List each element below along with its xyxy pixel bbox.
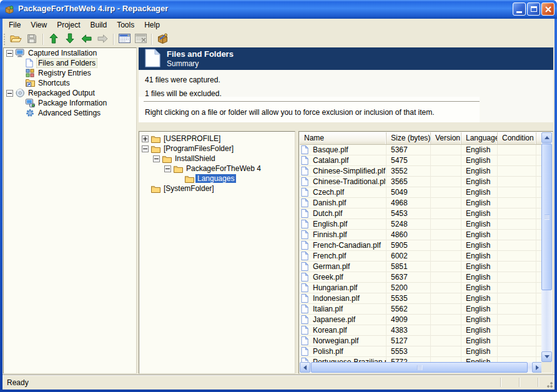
file-row-norwegian-plf[interactable]: Norwegian.plf5127English (300, 336, 543, 346)
nav-item-repackaged-output[interactable]: Repackaged Output (4, 88, 136, 98)
file-row-german-plf[interactable]: German.plf5851English (300, 262, 543, 272)
file-row-chinese-simplified-plf[interactable]: Chinese-Simplified.plf3552English (300, 166, 543, 177)
folder-item-userprofile[interactable]: [USERPROFILE] (139, 134, 295, 144)
collapse-minus-icon[interactable] (142, 145, 149, 152)
file-row-finnish-plf[interactable]: Finnish.plf4860English (300, 230, 543, 240)
cell-version (431, 208, 461, 219)
collapse-minus-icon[interactable] (153, 155, 160, 162)
tree-item-label: PackageForTheWeb 4 (184, 164, 263, 173)
file-icon (301, 305, 311, 313)
nav-item-registry-entries[interactable]: Registry Entries (4, 68, 136, 78)
menu-view[interactable]: View (26, 19, 52, 31)
file-row-french-plf[interactable]: French.plf6002English (300, 251, 543, 262)
package-info-icon (26, 99, 36, 107)
vertical-scrollbar[interactable] (541, 132, 552, 362)
folder-item-installshield[interactable]: InstallShield (139, 154, 295, 164)
move-up-button[interactable] (46, 32, 62, 47)
file-row-dutch-plf[interactable]: Dutch.plf5453English (300, 208, 543, 219)
cell-size: 5905 (387, 240, 431, 251)
file-name: Chinese-Simplified.plf (313, 166, 385, 176)
close-button[interactable] (541, 2, 555, 16)
file-row-catalan-plf[interactable]: Catalan.plf5475English (300, 155, 543, 166)
file-row-japanese-plf[interactable]: Japanese.plf4909English (300, 315, 543, 325)
title-bar[interactable]: PackageForTheWeb 4.irp - Repackager (0, 0, 557, 19)
column-header-condition[interactable]: Condition (498, 132, 536, 144)
navigation-tree-panel: Captured InstallationFiles and FoldersRe… (3, 47, 137, 374)
shortcut-icon (26, 79, 36, 87)
folder-item-systemfolder[interactable]: [SystemFolder] (139, 184, 295, 194)
cell-name: Korean.plf (300, 325, 387, 336)
nav-item-files-and-folders[interactable]: Files and Folders (4, 58, 136, 68)
status-divider (519, 378, 520, 387)
cell-version (431, 155, 461, 166)
back-button[interactable] (78, 32, 94, 47)
cell-version (431, 187, 461, 198)
cell-name: Italian.plf (300, 304, 387, 315)
vertical-scroll-thumb[interactable] (541, 144, 552, 290)
nav-item-package-information[interactable]: Package Information (4, 98, 136, 108)
arrow-up-icon (49, 33, 58, 46)
cell-version (431, 346, 461, 357)
file-row-hungarian-plf[interactable]: Hungarian.plf5200English (300, 283, 543, 293)
collapse-minus-icon[interactable] (164, 165, 171, 172)
expand-plus-icon[interactable] (142, 135, 149, 142)
file-row-french-canadian-plf[interactable]: French-Canadian.plf5905English (300, 240, 543, 251)
cell-language: English (461, 283, 498, 293)
scroll-up-button[interactable] (541, 132, 552, 143)
menu-project[interactable]: Project (52, 19, 85, 31)
menu-file[interactable]: File (4, 19, 26, 31)
minimize-button[interactable] (513, 2, 526, 16)
collapse-minus-icon[interactable] (6, 90, 13, 97)
file-row-chinese-traditional-plf[interactable]: Chinese-Traditional.plf3565English (300, 177, 543, 187)
file-row-polish-plf[interactable]: Polish.plf5553English (300, 346, 543, 357)
cell-condition (498, 315, 536, 325)
build-package-button[interactable] (154, 32, 170, 47)
menu-build[interactable]: Build (86, 19, 112, 31)
nav-item-advanced-settings[interactable]: Advanced Settings (4, 108, 136, 118)
column-header-language[interactable]: Language (461, 132, 498, 144)
file-row-danish-plf[interactable]: Danish.plf4968English (300, 198, 543, 208)
collapse-minus-icon[interactable] (6, 50, 13, 57)
cell-language: English (461, 346, 498, 357)
folder-item-programfilesfolder[interactable]: [ProgramFilesFolder] (139, 144, 295, 154)
status-divider (500, 378, 501, 387)
folder-item-languages[interactable]: Languages (139, 174, 295, 184)
save-icon (27, 34, 37, 46)
file-name: Dutch.plf (313, 208, 342, 218)
horizontal-scrollbar[interactable] (300, 362, 543, 373)
column-header-name[interactable]: Name (300, 132, 387, 144)
file-row-english-plf[interactable]: English.plf5248English (300, 219, 543, 230)
file-row-basque-plf[interactable]: Basque.plf5367English (300, 145, 543, 155)
capture-dialog-button[interactable] (116, 32, 132, 47)
nav-item-shortcuts[interactable]: Shortcuts (4, 78, 136, 88)
column-header-version[interactable]: Version (431, 132, 461, 144)
scroll-down-button[interactable] (541, 351, 552, 362)
arrow-right-icon (536, 365, 541, 370)
cell-language: English (461, 198, 498, 208)
cell-language: English (461, 187, 498, 198)
menu-help[interactable]: Help (139, 19, 165, 31)
horizontal-scroll-thumb[interactable] (311, 362, 528, 373)
close-icon (545, 6, 552, 13)
toolbar-grip[interactable] (4, 34, 5, 45)
cell-version (431, 272, 461, 283)
file-row-korean-plf[interactable]: Korean.plf4383English (300, 325, 543, 336)
move-down-button[interactable] (62, 32, 78, 47)
menu-tools[interactable]: Tools (112, 19, 139, 31)
file-row-italian-plf[interactable]: Italian.plf5562English (300, 304, 543, 315)
file-row-czech-plf[interactable]: Czech.plf5049English (300, 187, 543, 198)
cell-condition (498, 145, 536, 155)
cell-version (431, 230, 461, 240)
folder-item-packagefortheweb-4[interactable]: PackageForTheWeb 4 (139, 164, 295, 174)
nav-item-captured-installation[interactable]: Captured Installation (4, 48, 136, 58)
scroll-left-button[interactable] (300, 362, 310, 373)
file-row-greek-plf[interactable]: Greek.plf5637English (300, 272, 543, 283)
resize-grip[interactable] (545, 380, 553, 388)
file-row-indonesian-plf[interactable]: Indonesian.plf5535English (300, 293, 543, 304)
cell-language: English (461, 166, 498, 177)
tree-item-label: InstallShield (173, 154, 217, 163)
open-project-button[interactable] (7, 32, 24, 47)
cell-language: English (461, 315, 498, 325)
maximize-button[interactable] (527, 2, 540, 16)
column-header-size-bytes[interactable]: Size (bytes) (387, 132, 431, 144)
